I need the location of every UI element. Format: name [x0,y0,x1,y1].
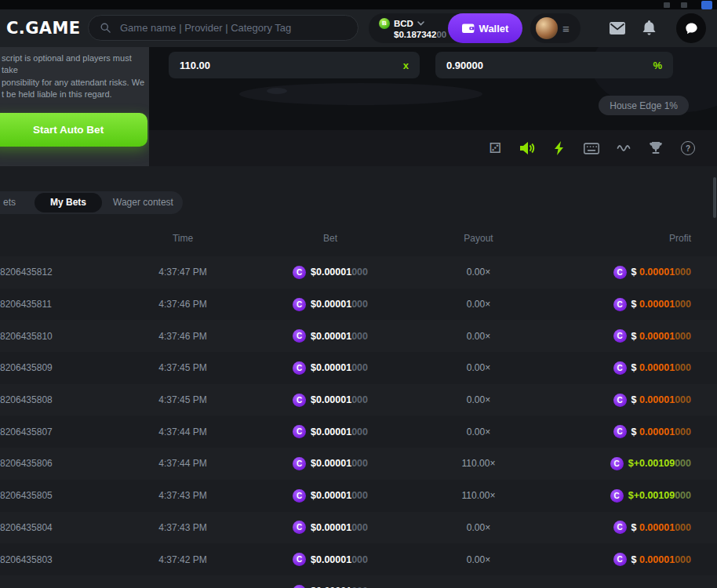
bet-time: 4:37:45 PM [94,394,271,405]
site-badge-icon [701,1,712,9]
autobet-panel: script is optional and players must take… [0,47,149,166]
table-row[interactable]: 8206435809 4:37:45 PM C $0.00001000 0.00… [0,352,717,384]
table-row[interactable]: 8206435803 4:37:42 PM C $0.00001000 0.00… [0,543,717,575]
balance-amount: $0.18734200 [394,30,446,39]
bet-id: 8206435804 [0,522,94,533]
bet-profit: C $ 0.00001000 [568,361,691,375]
bet-payout: 0.00× [389,554,568,565]
mail-icon[interactable] [610,22,625,34]
bet-amount: C $0.00001000 [271,329,389,343]
avatar[interactable] [536,17,558,39]
tab-all-bets[interactable]: ets [0,193,35,212]
table-row[interactable]: 8206435812 4:37:47 PM C $0.00001000 0.00… [0,256,717,289]
coin-icon: C [613,553,627,566]
live-stats-icon[interactable] [616,140,631,156]
bet-id: 8206435810 [0,331,94,342]
tab-my-bets[interactable]: My Bets [35,193,102,212]
dice-icon[interactable]: ⚂ [487,140,503,156]
currency-selector[interactable]: B BCD $0.18734200 [369,18,446,39]
search-input[interactable] [118,21,347,34]
col-id [0,233,94,249]
col-payout: Payout [389,233,568,249]
chat-icon[interactable] [676,13,706,43]
table-row[interactable]: C $0.00001000 C [0,575,717,588]
coin-icon: C [293,585,306,588]
trophy-icon[interactable] [648,140,664,156]
decor-ellipse [267,88,287,94]
scrollbar-thumb[interactable] [713,177,716,218]
balance-pill: B BCD $0.18734200 Wallet [369,13,522,43]
col-profit: Profit [568,233,691,249]
hotkeys-icon[interactable] [584,140,599,156]
currency-code: BCD [394,19,413,28]
bet-time: 4:37:46 PM [94,331,271,342]
wallet-button[interactable]: Wallet [448,13,522,43]
bet-time: 4:37:46 PM [94,299,271,310]
wallet-icon [462,23,475,34]
payout-input[interactable]: 110.00 x [169,52,420,78]
turbo-icon[interactable] [551,140,567,156]
col-time: Time [94,233,271,249]
coin-icon: C [293,329,306,343]
bet-payout: 0.00× [389,362,568,373]
table-row[interactable]: 8206435806 4:37:44 PM C $0.00001000 110.… [0,448,717,480]
logo[interactable]: C.GAME [6,19,81,38]
bet-amount: C $0.00001000 [271,266,389,279]
bet-profit: C $ 0.00001000 [568,329,691,343]
bet-amount: C $0.00001000 [271,425,389,438]
coin-icon: C [293,361,306,375]
bet-time: 4:37:43 PM [94,522,271,533]
coin-icon: C [293,489,306,503]
bet-profit: C $+0.00109000 [568,489,691,503]
game-panel: 110.00 x 0.90000 % House Edge 1% ⚂ [149,47,717,166]
bet-payout: 0.00× [389,522,568,533]
bet-id: 8206435803 [0,554,94,565]
bet-payout: 0.00× [389,331,568,342]
bet-payout: 0.00× [389,426,568,437]
house-edge-badge: House Edge 1% [599,96,689,115]
coin-icon: C [293,521,306,534]
bet-payout: 110.00× [389,490,568,501]
table-row[interactable]: 8206435807 4:37:44 PM C $0.00001000 0.00… [0,416,717,448]
bet-time: 4:37:45 PM [94,362,271,373]
bell-icon[interactable] [642,20,656,36]
bet-amount: C $0.00001000 [271,585,389,588]
tab-wager-contest[interactable]: Wager contest [102,193,181,212]
bets-table-body: 8206435812 4:37:47 PM C $0.00001000 0.00… [0,256,717,588]
table-row[interactable]: 8206435808 4:37:45 PM C $0.00001000 0.00… [0,384,717,416]
payout-value: 110.00 [180,60,210,71]
extension-icon[interactable] [664,2,670,8]
menu-icon: ≡ [562,22,570,35]
coin-icon: C [293,266,306,279]
table-row[interactable]: 8206435804 4:37:43 PM C $0.00001000 0.00… [0,512,717,544]
table-row[interactable]: 8206435810 4:37:46 PM C $0.00001000 0.00… [0,320,717,352]
bet-id: 8206435808 [0,394,94,405]
bet-payout: 0.00× [389,299,568,310]
coin-icon: C [613,521,627,534]
decor-ellipse [239,83,482,105]
bet-amount: C $0.00001000 [271,298,389,311]
help-icon[interactable]: ? [680,140,696,156]
bet-profit: C $ 0.00001000 [568,394,691,407]
search-icon [100,22,111,34]
search-bar[interactable] [88,15,358,41]
coin-icon: C [613,394,627,407]
extension-icon[interactable] [681,2,687,8]
multiplier-suffix: x [403,60,409,71]
table-row[interactable]: 8206435811 4:37:46 PM C $0.00001000 0.00… [0,289,717,321]
bet-amount: C $0.00001000 [271,521,389,534]
percent-suffix: % [653,60,662,71]
game-toolbar: ⚂ [149,130,717,166]
sound-icon[interactable] [519,140,535,156]
bet-time: 4:37:43 PM [94,490,271,501]
bet-time: 4:37:47 PM [94,267,271,278]
win-chance-input[interactable]: 0.90000 % [435,52,673,78]
table-row[interactable]: 8206435805 4:37:43 PM C $0.00001000 110.… [0,480,717,512]
profile-menu[interactable]: ≡ [530,13,581,43]
coin-icon: C [613,298,627,311]
bet-id: 8206435809 [0,362,94,373]
start-auto-bet-button[interactable]: Start Auto Bet [0,113,147,147]
coin-icon: C [293,553,306,566]
bet-id: 8206435806 [0,458,94,469]
bet-time: 4:37:44 PM [94,426,271,437]
